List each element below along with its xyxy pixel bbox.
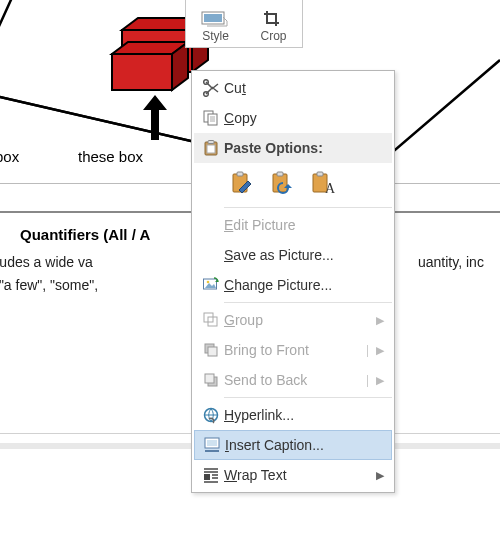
svg-marker-7 [143,95,167,140]
chevron-right-icon: ▶ [376,374,384,387]
menu-bring-to-front-label: Bring to Front [224,342,376,358]
menu-change-picture[interactable]: Change Picture... [194,270,392,300]
doc-label-these-box: these box [78,148,143,165]
menu-change-picture-label: Change Picture... [224,277,384,293]
svg-rect-44 [204,474,210,480]
context-menu: Cut Copy Paste Options: A Edit Picture S… [191,70,395,493]
clipboard-icon [198,139,224,157]
svg-rect-9 [204,14,222,22]
insert-caption-icon [199,436,225,454]
separator [224,207,392,208]
svg-rect-40 [207,440,217,446]
clipboard-brush-icon [229,170,255,196]
crop-icon [262,9,284,27]
split-divider [367,375,368,387]
section-heading: Quantifiers (All / A [20,224,150,247]
svg-rect-26 [317,172,323,176]
chevron-right-icon: ▶ [376,344,384,357]
body-line-1-tail: uantity, inc [418,252,484,273]
menu-hyperlink-label: Hyperlink... [224,407,384,423]
mini-toolbar: Style Crop [185,0,303,48]
crop-label: Crop [260,29,286,43]
menu-paste-options-label: Paste Options: [224,140,384,156]
menu-hyperlink[interactable]: Hyperlink... [194,400,392,430]
group-icon [198,311,224,329]
body-line-2: ough", "a few", "some", [0,275,98,296]
chevron-right-icon: ▶ [376,314,384,327]
paste-keep-source-button[interactable] [224,167,260,199]
hyperlink-icon [198,406,224,424]
menu-edit-picture-label: Edit Picture [224,217,384,233]
menu-cut-label: Cut [224,80,384,96]
body-line-1-left: ers includes a wide va [0,254,93,270]
chevron-right-icon: ▶ [376,469,384,482]
menu-wrap-text[interactable]: Wrap Text ▶ [194,460,392,490]
svg-rect-19 [207,145,215,153]
menu-group: Group ▶ [194,305,392,335]
clipboard-a-icon: A [309,170,335,196]
style-group[interactable]: Style [201,11,229,43]
separator [224,302,392,303]
crop-group[interactable]: Crop [260,9,286,43]
menu-send-to-back-label: Send to Back [224,372,376,388]
menu-save-as-picture-label: Save as Picture... [224,247,384,263]
svg-rect-21 [237,172,243,176]
scissors-icon [198,79,224,97]
doc-label-box: box [0,148,19,165]
clipboard-arrow-icon [269,170,295,196]
menu-wrap-text-label: Wrap Text [224,467,376,483]
menu-copy[interactable]: Copy [194,103,392,133]
picture-style-icon [201,11,229,27]
svg-point-30 [207,281,210,284]
paste-picture-button[interactable] [264,167,300,199]
split-divider [367,345,368,357]
wrap-text-icon [198,466,224,484]
svg-rect-23 [277,172,283,176]
menu-send-to-back: Send to Back ▶ [194,365,392,395]
svg-text:A: A [325,181,335,196]
separator [224,397,392,398]
svg-rect-35 [208,347,217,356]
menu-edit-picture: Edit Picture [194,210,392,240]
change-picture-icon [198,276,224,294]
menu-save-as-picture[interactable]: Save as Picture... [194,240,392,270]
copy-icon [198,109,224,127]
svg-rect-18 [208,141,214,144]
arrow-icon [137,95,177,140]
menu-copy-label: Copy [224,110,384,126]
svg-rect-37 [205,374,214,383]
menu-cut[interactable]: Cut [194,73,392,103]
menu-group-label: Group [224,312,376,328]
paste-text-only-button[interactable]: A [304,167,340,199]
menu-insert-caption[interactable]: Insert Caption... [194,430,392,460]
menu-bring-to-front: Bring to Front ▶ [194,335,392,365]
paste-options-row: A [194,163,392,205]
bring-front-icon [198,341,224,359]
menu-paste-options-header: Paste Options: [194,133,392,163]
body-line-1: ers includes a wide va [0,252,93,273]
send-back-icon [198,371,224,389]
menu-insert-caption-label: Insert Caption... [225,437,383,453]
style-label: Style [202,29,229,43]
